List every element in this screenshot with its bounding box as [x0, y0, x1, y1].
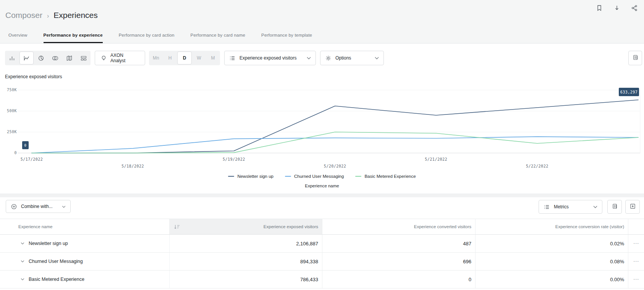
row-expand-basic-metered-experience[interactable]: Basic Metered Experience: [0, 271, 169, 288]
options-dropdown[interactable]: Options: [320, 51, 384, 65]
x-tick-label: 5/17/2022: [21, 157, 43, 161]
row-menu-icon[interactable]: ⋯: [628, 253, 644, 270]
column-header-actions: [628, 219, 644, 234]
column-header-experience-converted-visitors[interactable]: Experience converted visitors: [322, 219, 475, 234]
options-label: Options: [335, 55, 351, 61]
plus-circle-icon: [11, 203, 17, 210]
chart-start-value-badge: 0: [22, 141, 29, 149]
granularity-selector: Mn H D W M: [149, 51, 220, 65]
granularity-mn[interactable]: Mn: [149, 51, 163, 65]
tab-performance-by-card-name[interactable]: Performance by card name: [191, 29, 246, 43]
column-header-label: Experience exposed visitors: [264, 224, 318, 229]
converted-visitors-value: 0: [322, 271, 475, 288]
y-tick-label: 250K: [3, 130, 17, 134]
table-description-button[interactable]: [607, 200, 622, 214]
document-icon: [632, 54, 639, 62]
exposed-visitors-value: 2,106,887: [169, 235, 322, 252]
x-axis-labels: 5/17/20225/18/20225/19/20225/20/20225/21…: [0, 157, 644, 169]
converted-visitors-value: 696: [322, 253, 475, 270]
metrics-label: Metrics: [554, 204, 569, 209]
y-tick-label: 500K: [3, 109, 17, 113]
document-icon: [612, 203, 618, 211]
legend-dash-icon: [228, 176, 234, 177]
chevron-down-icon[interactable]: [21, 242, 24, 245]
tab-overview[interactable]: Overview: [8, 29, 28, 43]
granularity-d[interactable]: D: [177, 52, 192, 64]
table-row: Basic Metered Experience 786,433 0 0.00%…: [0, 271, 644, 288]
exposed-visitors-value: 894,338: [169, 253, 322, 270]
column-header-experience-exposed-visitors[interactable]: Experience exposed visitors: [169, 219, 322, 234]
legend-label: Basic Metered Experience: [364, 174, 416, 179]
legend-item-basic-metered-experience[interactable]: Basic Metered Experience: [355, 174, 416, 179]
x-tick-label: 5/20/2022: [324, 164, 346, 168]
tab-performance-by-card-action[interactable]: Performance by card action: [119, 29, 175, 43]
legend-item-churned-user-messaging[interactable]: Churned User Messaging: [285, 174, 344, 179]
x-tick-label: 5/21/2022: [425, 157, 447, 161]
granularity-h[interactable]: H: [163, 51, 177, 65]
chevron-down-icon: [593, 204, 597, 209]
composer-experiences-page: Composer › Experiences Overview Performa…: [0, 0, 644, 290]
combine-with-button[interactable]: Combine with...: [6, 200, 71, 213]
chart-title: Experience exposed visitors: [5, 74, 62, 79]
converted-visitors-value: 487: [322, 235, 475, 252]
lightbulb-icon: [100, 55, 107, 61]
combine-with-label: Combine with...: [21, 204, 53, 209]
axon-analyst-label: AXON Analyst: [110, 53, 139, 63]
legend-dash-icon: [285, 176, 291, 177]
card-layout-icon[interactable]: [76, 51, 91, 65]
line-chart-icon[interactable]: [19, 52, 34, 64]
tab-performance-by-experience[interactable]: Performance by experience: [44, 29, 103, 43]
table-download-button[interactable]: [625, 200, 640, 214]
map-icon[interactable]: [62, 51, 76, 65]
bookmark-icon[interactable]: [595, 4, 604, 12]
metric-dropdown-value: Experience exposed visitors: [239, 55, 296, 61]
axon-analyst-button[interactable]: AXON Analyst: [95, 51, 145, 65]
legend-dash-icon: [355, 176, 361, 177]
breadcrumb-separator-icon: ›: [47, 13, 49, 19]
granularity-m[interactable]: M: [206, 51, 220, 65]
chevron-down-icon[interactable]: [21, 278, 24, 280]
top-actions: [595, 4, 639, 12]
exposed-visitors-value: 786,433: [169, 271, 322, 288]
chevron-down-icon: [375, 55, 379, 61]
table-row: Churned User Messaging 894,338 696 0.08%…: [0, 253, 644, 271]
experience-name: Churned User Messaging: [29, 259, 83, 264]
venn-diagram-icon[interactable]: [48, 51, 62, 65]
metrics-dropdown[interactable]: Metrics: [539, 200, 602, 214]
chevron-down-icon[interactable]: [21, 260, 24, 263]
row-menu-icon[interactable]: ⋯: [628, 271, 644, 288]
legend-label: Newsletter sign up: [237, 174, 273, 179]
metric-dropdown[interactable]: Experience exposed visitors: [224, 51, 316, 65]
legend-label: Churned User Messaging: [294, 174, 344, 179]
tab-performance-by-template[interactable]: Performance by template: [261, 29, 312, 43]
share-icon[interactable]: [630, 4, 639, 12]
row-expand-newsletter-sign-up[interactable]: Newsletter sign up: [0, 235, 169, 252]
x-tick-label: 5/19/2022: [223, 157, 245, 161]
y-tick-label: 0: [3, 151, 17, 155]
granularity-w[interactable]: W: [192, 51, 206, 65]
list-icon: [229, 55, 236, 61]
chart-description-button[interactable]: [628, 51, 642, 65]
chart-plot[interactable]: [0, 80, 644, 156]
row-expand-churned-user-messaging[interactable]: Churned User Messaging: [0, 253, 169, 270]
legend-item-newsletter-sign-up[interactable]: Newsletter sign up: [228, 174, 273, 179]
section-divider: [0, 193, 644, 197]
pie-chart-icon[interactable]: [34, 51, 48, 65]
column-header-experience-name[interactable]: Experience name: [0, 219, 169, 234]
experience-name: Newsletter sign up: [29, 241, 68, 246]
download-icon[interactable]: [613, 4, 621, 12]
conversion-rate-value: 0.08%: [475, 253, 628, 270]
x-tick-label: 5/18/2022: [121, 164, 144, 168]
table-row: Newsletter sign up 2,106,887 487 0.02% ⋯: [0, 235, 644, 253]
breadcrumb-parent[interactable]: Composer: [5, 11, 42, 20]
x-tick-label: 5/22/2022: [526, 164, 549, 168]
sort-descending-icon[interactable]: [174, 224, 180, 230]
page-title: Experiences: [53, 11, 98, 20]
y-tick-label: 750K: [3, 88, 17, 92]
row-menu-icon[interactable]: ⋯: [628, 235, 644, 252]
bar-chart-icon[interactable]: [5, 51, 19, 65]
column-header-experience-conversion-rate[interactable]: Experience conversion rate (visitor): [475, 219, 628, 234]
conversion-rate-value: 0.00%: [475, 271, 628, 288]
chevron-down-icon: [307, 55, 311, 61]
top-bar: Composer › Experiences Overview Performa…: [0, 0, 644, 44]
